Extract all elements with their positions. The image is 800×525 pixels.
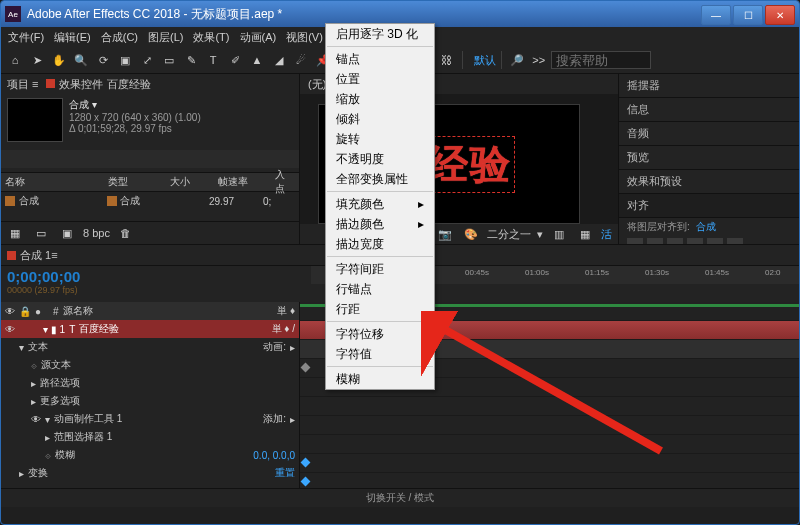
close-button[interactable]: ✕ — [765, 5, 795, 25]
max-button[interactable]: ☐ — [733, 5, 763, 25]
col-name[interactable]: 名称 — [1, 175, 104, 189]
rect-tool-icon[interactable]: ▭ — [159, 50, 179, 70]
prop-blur[interactable]: ⟐ 模糊0.0, 0.0,0 — [1, 446, 299, 464]
stamp-tool-icon[interactable]: ▲ — [247, 50, 267, 70]
panel-wiggler[interactable]: 摇摆器 — [619, 74, 799, 98]
col-fps[interactable]: 帧速率 — [214, 175, 272, 189]
animate-add-icon[interactable]: ▸ — [290, 342, 295, 353]
blur-value[interactable]: 0.0, 0.0,0 — [253, 450, 295, 461]
menu-item-4[interactable]: 缩放 — [326, 89, 434, 109]
menu-item-2[interactable]: 锚点 — [326, 49, 434, 69]
tick-3: 01:00s — [525, 268, 549, 277]
search-icon[interactable]: 🔎 — [507, 50, 527, 70]
menu-comp[interactable]: 合成(C) — [98, 29, 141, 46]
menu-item-7[interactable]: 不透明度 — [326, 149, 434, 169]
tab-project[interactable]: 项目 ≡ — [7, 77, 38, 92]
zoom-tool-icon[interactable]: 🔍 — [71, 50, 91, 70]
menu-item-18[interactable]: 字符位移 — [326, 324, 434, 344]
workspace-label[interactable]: 默认 — [474, 53, 496, 68]
menu-edit[interactable]: 编辑(E) — [51, 29, 94, 46]
snap-icon[interactable]: ⛓ — [437, 50, 457, 70]
panel-effects-presets[interactable]: 效果和预设 — [619, 170, 799, 194]
pen-tool-icon[interactable]: ✎ — [181, 50, 201, 70]
channel-icon[interactable]: 🎨 — [461, 224, 481, 244]
camera-tool-icon[interactable]: ▣ — [115, 50, 135, 70]
menu-item-15[interactable]: 行锚点 — [326, 279, 434, 299]
prop-path-options[interactable]: ▸ 路径选项 — [1, 374, 299, 392]
panel-align[interactable]: 对齐 — [619, 194, 799, 218]
brush-tool-icon[interactable]: ✐ — [225, 50, 245, 70]
menu-layer[interactable]: 图层(L) — [145, 29, 186, 46]
tab-effect-controls[interactable]: 效果控件 百度经验 — [46, 77, 150, 92]
prop-source-text[interactable]: ⟐ 源文本 — [1, 356, 299, 374]
menu-item-14[interactable]: 字符间距 — [326, 259, 434, 279]
tick-7: 02:0 — [765, 268, 781, 277]
menu-item-21[interactable]: 模糊 — [326, 369, 434, 389]
project-item-comp[interactable]: 合成 合成 29.97 0; — [1, 192, 299, 210]
viewer-none[interactable]: (无) — [308, 77, 326, 92]
menu-item-10[interactable]: 填充颜色▸ — [326, 194, 434, 214]
interpret-icon[interactable]: ▦ — [5, 223, 25, 243]
menu-view[interactable]: 视图(V) — [283, 29, 326, 46]
menu-item-0[interactable]: 启用逐字 3D 化 — [326, 24, 434, 44]
align-to-value[interactable]: 合成 — [696, 220, 716, 234]
panel-preview[interactable]: 预览 — [619, 146, 799, 170]
panel-audio[interactable]: 音频 — [619, 122, 799, 146]
comp-thumbnail[interactable] — [7, 98, 63, 142]
col-source-name[interactable]: 源名称 — [63, 304, 274, 318]
search-go-icon[interactable]: >> — [529, 50, 549, 70]
menu-file[interactable]: 文件(F) — [5, 29, 47, 46]
reset-link[interactable]: 重置 — [275, 466, 295, 480]
eraser-tool-icon[interactable]: ◢ — [269, 50, 289, 70]
project-search[interactable] — [1, 150, 299, 168]
new-folder-icon[interactable]: ▭ — [31, 223, 51, 243]
pan-tool-icon[interactable]: ⤢ — [137, 50, 157, 70]
menu-item-8[interactable]: 全部变换属性 — [326, 169, 434, 189]
menu-item-5[interactable]: 倾斜 — [326, 109, 434, 129]
region-icon[interactable]: ▥ — [549, 224, 569, 244]
menu-item-3[interactable]: 位置 — [326, 69, 434, 89]
timeline-tab[interactable]: 合成 1 — [20, 248, 51, 263]
prop-range-selector[interactable]: ▸ 范围选择器 1 — [1, 428, 299, 446]
item-name: 合成 — [19, 194, 103, 208]
rotobrush-tool-icon[interactable]: ☄ — [291, 50, 311, 70]
zoom-level[interactable]: 二分之一 — [487, 227, 531, 242]
trash-icon[interactable]: 🗑 — [116, 223, 136, 243]
rotate-tool-icon[interactable]: ⟳ — [93, 50, 113, 70]
bpc-label[interactable]: 8 bpc — [83, 227, 110, 239]
viewer-info[interactable]: 活 — [601, 227, 612, 242]
snapshot-icon[interactable]: 📷 — [435, 224, 455, 244]
tick-2: 00:45s — [465, 268, 489, 277]
add-menu-icon[interactable]: ▸ — [290, 414, 295, 425]
layer-1[interactable]: 👁▾ ▮ 1 T 百度经验 単 ♦ / — [1, 320, 299, 338]
menu-item-19[interactable]: 字符值 — [326, 344, 434, 364]
menu-item-6[interactable]: 旋转 — [326, 129, 434, 149]
tick-6: 01:45s — [705, 268, 729, 277]
transparent-icon[interactable]: ▦ — [575, 224, 595, 244]
prop-more-options[interactable]: ▸ 更多选项 — [1, 392, 299, 410]
prop-transform[interactable]: ▸ 变换重置 — [1, 464, 299, 482]
animate-label[interactable]: 动画: — [263, 340, 286, 354]
menu-effect[interactable]: 效果(T) — [190, 29, 232, 46]
menu-separator — [327, 46, 433, 47]
search-input[interactable] — [551, 51, 651, 69]
toggle-switches[interactable]: 切换开关 / 模式 — [366, 491, 434, 505]
prop-animator[interactable]: 👁 ▾ 动画制作工具 1添加: ▸ — [1, 410, 299, 428]
home-icon[interactable]: ⌂ — [5, 50, 25, 70]
prop-text[interactable]: ▾ 文本动画: ▸ — [1, 338, 299, 356]
menu-anim[interactable]: 动画(A) — [237, 29, 280, 46]
col-size[interactable]: 大小 — [166, 175, 214, 189]
menu-item-12[interactable]: 描边宽度 — [326, 234, 434, 254]
menu-item-11[interactable]: 描边颜色▸ — [326, 214, 434, 234]
timecode[interactable]: 0;00;00;00 — [7, 268, 305, 285]
type-tool-icon[interactable]: T — [203, 50, 223, 70]
select-tool-icon[interactable]: ➤ — [27, 50, 47, 70]
col-type[interactable]: 类型 — [104, 175, 166, 189]
min-button[interactable]: — — [701, 5, 731, 25]
panel-info[interactable]: 信息 — [619, 98, 799, 122]
new-comp-icon[interactable]: ▣ — [57, 223, 77, 243]
hand-tool-icon[interactable]: ✋ — [49, 50, 69, 70]
menu-item-16[interactable]: 行距 — [326, 299, 434, 319]
add-label[interactable]: 添加: — [263, 412, 286, 426]
project-panel: 项目 ≡ 效果控件 百度经验 合成 ▾ 1280 x 720 (640 x 36… — [1, 74, 300, 244]
